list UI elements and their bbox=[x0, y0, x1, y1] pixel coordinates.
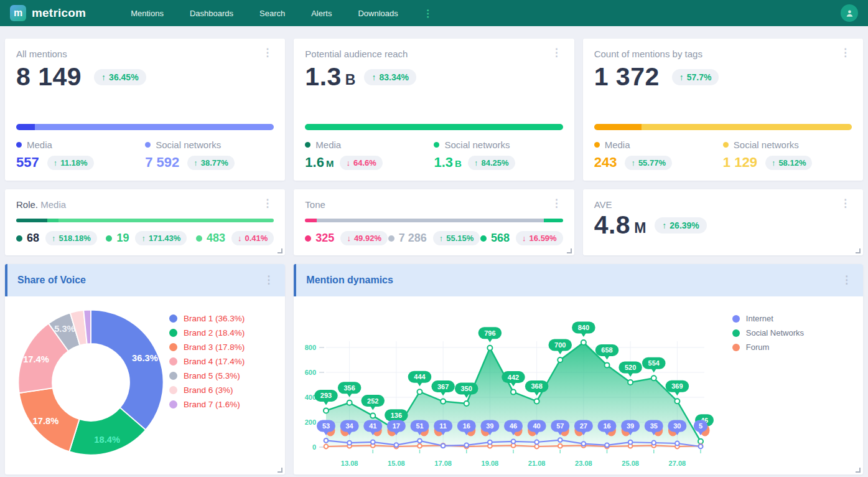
social-networks-label-text: 444 bbox=[414, 373, 426, 380]
bar-segment bbox=[305, 124, 562, 130]
legend-item[interactable]: Forum bbox=[732, 340, 804, 354]
app-logo-icon[interactable]: m bbox=[10, 5, 26, 21]
data-point-social[interactable] bbox=[441, 399, 446, 404]
data-point-social[interactable] bbox=[628, 380, 633, 385]
substat-media: Media 557 11.18% bbox=[16, 139, 145, 171]
legend-dot bbox=[732, 329, 740, 337]
resize-handle[interactable] bbox=[278, 468, 282, 473]
legend-dot bbox=[305, 235, 311, 242]
data-point-forum[interactable] bbox=[558, 444, 562, 448]
trend-arrow-icon bbox=[238, 234, 242, 243]
kebab-menu-icon[interactable]: ⋮ bbox=[839, 199, 852, 208]
x-axis-label: 13.08 bbox=[341, 460, 358, 467]
trend-badge: 84.25% bbox=[468, 156, 515, 170]
data-point-social[interactable] bbox=[581, 340, 586, 345]
social-networks-label-text: 350 bbox=[461, 385, 472, 392]
slice-label: 5.3% bbox=[54, 324, 75, 334]
data-point-internet[interactable] bbox=[605, 443, 609, 447]
data-point-social[interactable] bbox=[347, 400, 352, 405]
legend-item[interactable]: Brand 5 (5.3%) bbox=[169, 369, 245, 383]
data-point-social[interactable] bbox=[675, 399, 680, 404]
data-point-internet[interactable] bbox=[394, 443, 399, 447]
chart-card-header: Mention dynamics ⋮ bbox=[294, 264, 863, 296]
legend-item[interactable]: Social Networks bbox=[732, 326, 804, 340]
resize-handle[interactable] bbox=[856, 468, 861, 473]
data-point-internet[interactable] bbox=[371, 440, 375, 444]
data-point-internet[interactable] bbox=[488, 440, 492, 445]
trend-arrow-icon bbox=[346, 158, 350, 168]
kebab-menu-icon[interactable]: ⋮ bbox=[261, 199, 274, 208]
legend-item[interactable]: Brand 7 (1.6%) bbox=[169, 397, 245, 412]
card-role-media: Role. Media ⋮ 68 518.18% 19 171.43% 483 … bbox=[5, 189, 285, 255]
data-point-internet[interactable] bbox=[348, 441, 352, 445]
card-title: AVE bbox=[594, 199, 612, 210]
legend-item[interactable]: Internet bbox=[732, 311, 804, 326]
data-point-social[interactable] bbox=[511, 390, 516, 395]
kebab-menu-icon[interactable]: ⋮ bbox=[550, 49, 563, 57]
internet-label-text: 17 bbox=[393, 422, 400, 430]
data-point-social[interactable] bbox=[698, 439, 703, 444]
kebab-menu-icon[interactable]: ⋮ bbox=[550, 199, 563, 208]
data-point-internet[interactable] bbox=[652, 441, 656, 445]
bar-segment bbox=[47, 219, 59, 222]
resize-handle[interactable] bbox=[856, 248, 861, 253]
legend-dot bbox=[169, 372, 177, 380]
data-point-internet[interactable] bbox=[465, 443, 469, 447]
data-point-social[interactable] bbox=[324, 408, 329, 413]
data-point-social[interactable] bbox=[534, 399, 539, 404]
legend-item[interactable]: Brand 4 (17.4%) bbox=[169, 354, 245, 369]
legend-item[interactable]: Brand 1 (36.3%) bbox=[169, 311, 245, 326]
legend-label: Forum bbox=[746, 342, 770, 352]
data-point-internet[interactable] bbox=[675, 442, 679, 446]
user-avatar[interactable] bbox=[841, 4, 858, 22]
data-point-internet[interactable] bbox=[535, 440, 539, 445]
data-point-social[interactable] bbox=[651, 375, 656, 380]
data-point-internet[interactable] bbox=[628, 440, 633, 445]
nav-more-icon[interactable]: ⋮ bbox=[423, 7, 433, 19]
internet-label-text: 40 bbox=[533, 422, 541, 430]
nav-item-downloads[interactable]: Downloads bbox=[358, 9, 398, 18]
trend-value: 36.45% bbox=[109, 72, 138, 82]
data-point-internet[interactable] bbox=[511, 439, 516, 443]
kebab-menu-icon[interactable]: ⋮ bbox=[261, 49, 274, 57]
data-point-internet[interactable] bbox=[441, 443, 446, 448]
data-point-forum[interactable] bbox=[535, 445, 539, 449]
data-point-internet[interactable] bbox=[582, 442, 586, 446]
data-point-social[interactable] bbox=[464, 401, 469, 406]
resize-handle[interactable] bbox=[567, 248, 572, 253]
legend-item[interactable]: Brand 2 (18.4%) bbox=[169, 326, 245, 340]
x-axis-label: 25.08 bbox=[622, 460, 640, 467]
card-mentions-by-tags: Count of mentions by tags ⋮ 1 372 57.7% … bbox=[583, 39, 863, 181]
legend-item[interactable]: Brand 3 (17.8%) bbox=[169, 340, 245, 354]
nav-item-mentions[interactable]: Mentions bbox=[131, 9, 164, 18]
chart-title: Share of Voice bbox=[17, 275, 86, 286]
nav-item-alerts[interactable]: Alerts bbox=[311, 9, 332, 18]
data-point-social[interactable] bbox=[488, 346, 493, 351]
data-point-social[interactable] bbox=[558, 357, 563, 362]
trend-value: 55.15% bbox=[446, 234, 474, 243]
trend-badge: 64.6% bbox=[340, 156, 382, 170]
legend-item[interactable]: Brand 6 (3%) bbox=[169, 383, 245, 397]
kebab-menu-icon[interactable]: ⋮ bbox=[839, 49, 852, 57]
trend-arrow-icon bbox=[679, 72, 684, 82]
data-point-internet[interactable] bbox=[324, 438, 329, 443]
kebab-menu-icon[interactable]: ⋮ bbox=[840, 276, 853, 285]
data-point-forum[interactable] bbox=[418, 444, 422, 448]
nav-item-dashboards[interactable]: Dashboards bbox=[190, 9, 233, 18]
data-point-social[interactable] bbox=[605, 362, 610, 367]
bar-segment bbox=[35, 124, 274, 130]
kebab-menu-icon[interactable]: ⋮ bbox=[262, 276, 275, 285]
data-point-social[interactable] bbox=[371, 413, 376, 418]
nav-item-search[interactable]: Search bbox=[259, 9, 285, 18]
trend-arrow-icon bbox=[522, 234, 526, 243]
substat-value: 243 bbox=[594, 154, 619, 171]
data-point-forum[interactable] bbox=[324, 445, 329, 449]
data-point-internet[interactable] bbox=[558, 438, 562, 442]
data-point-internet[interactable] bbox=[418, 438, 422, 443]
trend-badge: 49.92% bbox=[340, 231, 388, 245]
data-point-internet[interactable] bbox=[699, 445, 703, 449]
trend-badge: 26.39% bbox=[655, 217, 706, 234]
data-point-social[interactable] bbox=[418, 389, 422, 394]
resize-handle[interactable] bbox=[278, 248, 282, 253]
donut-slice-brand-1[interactable] bbox=[91, 309, 164, 430]
